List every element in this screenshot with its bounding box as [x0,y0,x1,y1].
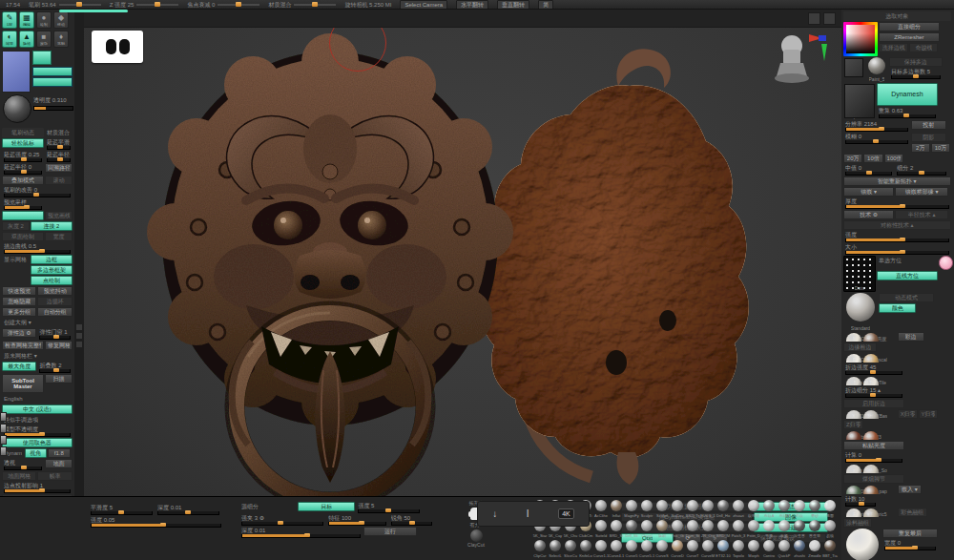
opacity-slider[interactable] [33,106,73,111]
z-intensity-slider[interactable]: Z 强度 25 [110,2,179,8]
rotate-tool[interactable]: ▲旋转 [19,31,34,48]
panel-cell[interactable]: 地面 [45,459,73,468]
panel-cell[interactable]: 连接 2 [31,221,73,231]
camera-head-axis-gizmo[interactable] [771,29,828,88]
shelf-icon[interactable] [808,12,820,25]
tray-cell[interactable]: 平滑度 5 [89,504,155,515]
claycut-sphere-icon[interactable] [470,529,483,542]
panel-cell[interactable]: 预览采样 [2,198,44,210]
alpha-pink-dot[interactable] [939,256,953,270]
active-color-swatch[interactable] [2,51,31,93]
zremesher-button[interactable]: ZRemesher [879,32,940,42]
tray-cell[interactable]: 目标 [298,502,355,511]
material-mix-slider[interactable]: 材质混合 [268,2,336,8]
panel-cell[interactable]: 细分 2 [895,164,948,176]
panel-cell[interactable]: zbro_r3 23 [843,430,897,440]
tray-cell[interactable]: 强夹 3 ⚙ [239,514,325,526]
flip-h-button[interactable]: 水平翻转 [456,0,488,10]
panel-cell[interactable]: 10倍 [863,154,882,163]
dynamesh-button[interactable]: Dynamesh [877,83,938,106]
panel-cell[interactable]: 嵌入 ▾ [898,485,923,494]
language-chinese-button[interactable]: 中文 (汉语) [2,404,73,414]
alpha-stamp-preview[interactable] [92,31,143,63]
stroke-dots-thumb[interactable]: Dots [843,256,876,292]
panel-cell[interactable]: 弹性门帘 1 [37,328,72,340]
edit-tool[interactable]: ▦编辑 [19,11,34,29]
panel-cell[interactable]: 轻松鼠标 [2,138,44,148]
panel-cell[interactable]: 延迟半径 1 [45,151,73,162]
panel-cell[interactable]: 20万 [843,154,862,163]
gradient-bar[interactable] [32,67,73,76]
panel-cell[interactable]: 使用取色器 [2,438,73,447]
panel-cell[interactable]: 笔刷的改善 0 [2,186,73,197]
panel-cell[interactable]: 模型不透明度 [2,425,73,437]
panel-cell[interactable]: 重复最后 [882,529,938,538]
panel-cell[interactable]: 强度 [843,231,951,242]
panel-cell[interactable]: 直接细分 [879,22,940,31]
panel-cell[interactable]: Paint_5 [865,57,888,82]
panel-cell[interactable]: 自动分组 [37,307,72,317]
panel-cell[interactable]: 回溯路径 [45,163,73,173]
focal-shift-slider[interactable]: 焦点衰减 0 [187,2,259,8]
panel-cell[interactable]: 彩边 [898,332,924,342]
lang-button[interactable]: 简 [538,0,553,10]
move-tool[interactable]: ◆移动 [53,11,69,29]
panel-cell[interactable]: 2万 [911,143,930,153]
panel-cell[interactable]: 边框 [31,255,73,264]
panel-cell[interactable]: 颜色 [879,303,916,313]
panel-cell[interactable]: 大小 [843,243,951,255]
panel-cell[interactable]: 模糊 0 [843,133,910,144]
panel-cell[interactable]: 透视 [2,459,44,470]
panel-cell[interactable]: 视角 [25,448,47,458]
panel-cell[interactable]: XYZ123HYXBas [843,409,897,419]
panel-cell[interactable]: 10万 [931,143,950,153]
panel-cell[interactable]: zb502 dark_pap [843,485,897,494]
text-cursor-icon[interactable]: I [527,508,529,519]
panel-cell[interactable]: 检查网格完整性 [2,341,44,350]
lightbox-tool[interactable]: ✎LW [2,11,17,29]
mask-tool[interactable]: ■蒙版 [36,31,52,48]
panel-cell[interactable]: 直线方位 [877,271,938,280]
scale-tool[interactable]: ◐缩放 [2,31,17,48]
material-thumb[interactable] [3,94,31,123]
draw-tool[interactable]: ●绘制 [36,11,52,29]
dynamesh-resolution-slider[interactable]: 分辨率 2184 [843,120,910,132]
tray-cell[interactable]: 运行 [363,527,417,536]
panel-cell[interactable]: 智能重新拓扑 ▾ [843,176,951,186]
panel-cell[interactable]: 厚度 [843,197,951,209]
panel-cell[interactable]: 边点投射影响 1 [2,482,73,493]
flip-v-button[interactable]: 垂直翻转 [497,0,529,10]
panel-cell[interactable]: 最大角度 [2,362,36,371]
panel-cell[interactable]: 计数 10 [843,495,878,507]
panel-cell[interactable]: 快速预览 [2,286,36,296]
panel-cell[interactable]: 镶嵌 ▾ [843,187,894,197]
panel-cell[interactable]: 技术 ⚙ [843,210,894,219]
panel-cell[interactable]: 粘贴亮度 [843,441,904,450]
doc-zoom-value[interactable]: 17.54 [6,2,20,8]
panel-cell[interactable]: Bois M.TrueTile [843,376,897,385]
stroke-tool[interactable]: ♦笔触 [53,31,69,48]
panel-cell[interactable]: 投射 [911,120,946,130]
brush-thumbnail[interactable]: 折痕 [822,519,838,539]
brush-standard-thumb[interactable]: Standard [843,293,878,331]
brush-thumbnail[interactable]: BBT_Tia [822,539,838,559]
panel-cell[interactable]: 预览抖动 [37,286,72,296]
alpha-thumb[interactable]: alpha Off [843,83,876,119]
color-picker[interactable] [843,22,878,56]
panel-cell[interactable]: 延迟平滑 0 [45,138,73,150]
panel-cell[interactable]: f1.8 [48,448,71,458]
panel-cell[interactable]: 更多分组 [2,307,36,317]
panel-cell[interactable]: FlatCap L1_scal [843,353,897,363]
tray-cell[interactable]: 强度 0.05 [89,516,223,528]
panel-cell[interactable]: 多边形框架 [31,265,73,275]
select-camera-dropdown[interactable]: Select Camera [400,0,447,10]
tray-cell[interactable]: 深度 0.01 [156,504,221,515]
brush-thumbnail[interactable]: 亮面 [822,499,838,519]
panel-cell[interactable]: 折叠数 2 [37,362,72,373]
shelf-icon[interactable] [823,12,836,25]
tray-cell[interactable]: 锐角 50 [389,514,434,526]
panel-cell[interactable]: 100倍 [884,154,904,163]
panel-cell[interactable]: 宽度 0 [882,539,938,550]
panel-cell[interactable]: 点绘制 [31,276,73,285]
panel-cell[interactable]: 描边曲线 0.5 [2,242,73,254]
